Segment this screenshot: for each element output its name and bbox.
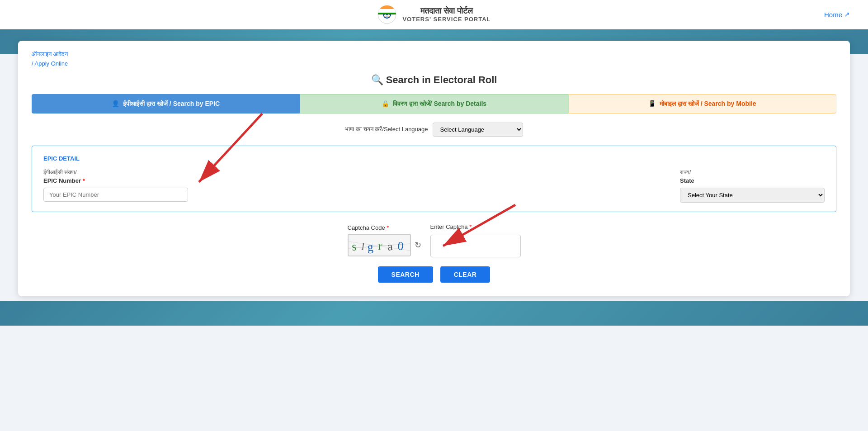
tab-bar: 👤 ईपीआईसी द्वारा खोजें / Search by EPIC … xyxy=(32,94,836,114)
eci-logo-icon xyxy=(377,5,397,24)
tab-details[interactable]: 🔒 विवरण द्वारा खोजें/ Search by Details xyxy=(300,94,568,114)
home-link[interactable]: Home ↗ xyxy=(824,10,850,19)
epic-fields: ईपीआईसी संख्या/ EPIC Number * राज्य/ Sta… xyxy=(43,169,825,203)
state-hindi-label: राज्य/ xyxy=(680,169,825,175)
tab-mobile-label: मोबाइल द्वारा खोजें / Search by Mobile xyxy=(660,100,756,108)
language-select[interactable]: Select Language English Hindi Tamil Telu… xyxy=(433,123,523,137)
epic-section-title: EPIC DETAIL xyxy=(43,155,825,162)
epic-number-hindi-label: ईपीआईसी संख्या/ xyxy=(43,169,188,175)
captcha-image-wrapper: s l g r a 0 ↻ xyxy=(348,234,421,256)
breadcrumb: ऑनलाइन आवेदन / Apply Online xyxy=(32,50,836,69)
action-buttons: SEARCH CLEAR xyxy=(32,266,836,283)
captcha-code-group: Captcha Code * s l g r xyxy=(348,224,421,256)
captcha-input[interactable] xyxy=(430,235,521,257)
refresh-captcha-icon[interactable]: ↻ xyxy=(415,240,421,250)
header-hindi-title: मतदाता सेवा पोर्टल xyxy=(402,6,491,16)
state-english-label: State xyxy=(680,177,825,184)
state-select[interactable]: Select Your State Andhra Pradesh Delhi G… xyxy=(680,188,825,203)
captcha-code-label: Captcha Code * xyxy=(348,224,389,231)
svg-text:g: g xyxy=(367,240,373,254)
lock-icon: 🔒 xyxy=(382,100,389,107)
home-label: Home xyxy=(824,11,842,19)
epic-number-english-label: EPIC Number * xyxy=(43,177,188,184)
search-icon: 🔍 xyxy=(371,74,386,85)
logo-area: मतदाता सेवा पोर्टल VOTERS' SERVICE PORTA… xyxy=(377,5,491,24)
language-label: भाषा का चयन करें/Select Language xyxy=(345,126,428,133)
svg-rect-13 xyxy=(378,13,396,14)
bg-strip-bottom xyxy=(0,301,868,326)
external-link-icon: ↗ xyxy=(844,10,850,19)
tab-details-label: विवरण द्वारा खोजें/ Search by Details xyxy=(393,100,486,108)
captcha-row: Captcha Code * s l g r xyxy=(32,223,836,257)
state-field-group: राज्य/ State Select Your State Andhra Pr… xyxy=(680,169,825,203)
tab-epic-label: ईपीआईसी द्वारा खोजें / Search by EPIC xyxy=(123,100,220,108)
language-selector-row: भाषा का चयन करें/Select Language Select … xyxy=(32,123,836,137)
breadcrumb-line1: ऑनलाइन आवेदन xyxy=(32,50,836,59)
epic-number-input[interactable] xyxy=(43,188,188,202)
tab-epic[interactable]: 👤 ईपीआईसी द्वारा खोजें / Search by EPIC xyxy=(32,94,300,114)
site-header: मतदाता सेवा पोर्टल VOTERS' SERVICE PORTA… xyxy=(0,0,868,29)
captcha-required-star: * xyxy=(387,224,389,231)
captcha-svg: s l g r a 0 xyxy=(349,235,410,256)
captcha-image: s l g r a 0 xyxy=(348,234,411,256)
header-english-title: VOTERS' SERVICE PORTAL xyxy=(402,16,491,23)
tab-mobile[interactable]: 📱 मोबाइल द्वारा खोजें / Search by Mobile xyxy=(568,94,836,114)
enter-captcha-label: Enter Captcha * xyxy=(430,223,472,230)
svg-text:0: 0 xyxy=(397,239,404,253)
svg-rect-12 xyxy=(378,9,396,13)
breadcrumb-line2: / Apply Online xyxy=(32,59,836,69)
main-card: ऑनलाइन आवेदन / Apply Online 🔍 Search in … xyxy=(18,41,850,296)
epic-number-field-group: ईपीआईसी संख्या/ EPIC Number * xyxy=(43,169,188,202)
page-title-text: Search in Electoral Roll xyxy=(386,74,497,85)
epic-required-star: * xyxy=(83,177,85,184)
svg-rect-11 xyxy=(378,5,396,9)
mobile-icon: 📱 xyxy=(648,100,656,107)
header-title: मतदाता सेवा पोर्टल VOTERS' SERVICE PORTA… xyxy=(402,6,491,23)
page-title: 🔍 Search in Electoral Roll xyxy=(32,74,836,86)
epic-detail-section: EPIC DETAIL ईपीआईसी संख्या/ EPIC Number … xyxy=(32,146,836,212)
clear-button[interactable]: CLEAR xyxy=(440,266,491,283)
enter-captcha-required-star: * xyxy=(469,223,472,230)
person-icon: 👤 xyxy=(112,100,119,107)
search-button[interactable]: SEARCH xyxy=(378,266,433,283)
enter-captcha-group: Enter Captcha * xyxy=(430,223,521,257)
